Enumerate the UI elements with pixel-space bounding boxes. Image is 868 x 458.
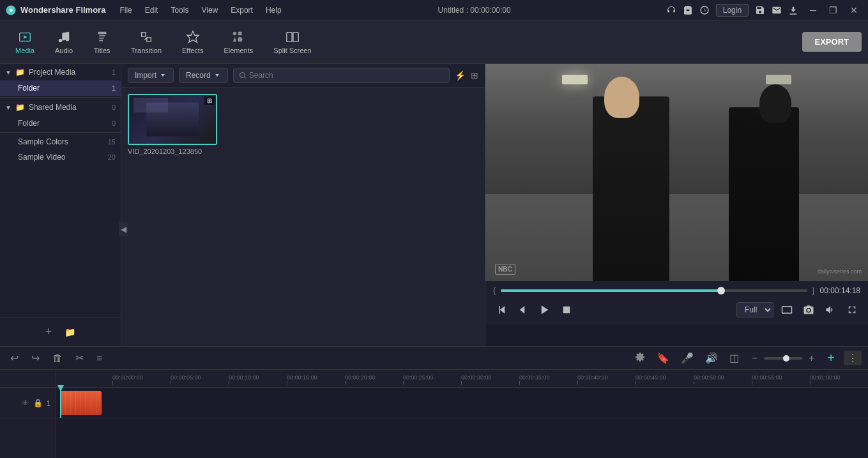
zoom-track[interactable] [764, 357, 802, 360]
sample-video-count: 20 [108, 153, 116, 161]
shared-media-header[interactable]: ▼ 📁 Shared Media 0 [0, 99, 121, 116]
svg-marker-14 [542, 305, 549, 314]
undo-button[interactable]: ↩ [6, 351, 22, 365]
tool-elements[interactable]: Elements [215, 26, 262, 58]
cart-icon[interactable] [683, 5, 693, 15]
project-media-count: 1 [112, 68, 116, 76]
play-button[interactable] [537, 302, 553, 318]
search-box[interactable] [233, 68, 450, 83]
transition-icon [139, 30, 153, 44]
zoom-in-button[interactable]: + [805, 351, 818, 365]
cut-button[interactable]: ✂ [72, 351, 88, 365]
new-folder-button[interactable]: 📁 [65, 327, 75, 337]
progress-track[interactable] [501, 289, 807, 292]
tool-split-screen[interactable]: Split Screen [264, 26, 320, 58]
media-item[interactable]: ⊞ VID_20201203_123850 [128, 94, 217, 155]
panel-collapse-btn[interactable]: ◀ [119, 222, 128, 236]
track-visibility-button[interactable]: 👁 [22, 399, 29, 408]
tool-audio[interactable]: Audio [46, 26, 82, 58]
shared-media-count: 0 [112, 103, 116, 111]
preview-video-frame: NBC dailytvseries.com [485, 64, 868, 281]
step-back-button[interactable] [493, 302, 510, 318]
timeline-toolbar: ↩ ↪ 🗑 ✂ ≡ 🔖 🎤 🔊 ◫ − + + ⋮ [0, 347, 868, 370]
svg-point-13 [240, 73, 245, 78]
svg-rect-11 [287, 32, 292, 42]
export-button[interactable]: EXPORT [802, 32, 862, 52]
frame-back-button[interactable] [515, 302, 531, 318]
sample-colors-item[interactable]: Sample Colors 15 [0, 134, 121, 149]
marker-button[interactable]: 🔖 [653, 351, 673, 365]
timeline-more-button[interactable]: ⋮ [844, 351, 862, 365]
download-icon[interactable] [788, 5, 798, 15]
login-button[interactable]: Login [716, 4, 749, 17]
menu-edit[interactable]: Edit [144, 3, 160, 17]
timeline-add-button[interactable]: + [823, 349, 839, 367]
timeline-settings-button[interactable] [631, 351, 649, 366]
bracket-close: } [812, 286, 815, 295]
project-folder-count: 1 [112, 84, 116, 92]
filmora-icon [5, 4, 17, 16]
project-media-label: Project Media [29, 68, 75, 77]
close-button[interactable]: ✕ [845, 4, 863, 17]
save-icon[interactable] [755, 5, 765, 15]
maximize-button[interactable]: ❐ [824, 4, 842, 17]
audio-mix-button[interactable]: ≡ [93, 351, 106, 365]
aspect-ratio-icon [781, 304, 793, 316]
close-gap-button[interactable]: ◫ [726, 351, 743, 365]
delete-button[interactable]: 🗑 [49, 351, 66, 365]
headset-icon[interactable] [666, 5, 676, 15]
clock-icon[interactable] [699, 5, 710, 15]
svg-rect-8 [238, 31, 242, 35]
volume-button[interactable] [822, 302, 839, 318]
aspect-ratio-button[interactable] [779, 302, 795, 318]
voiceover-button[interactable]: 🎤 [677, 351, 697, 365]
split-screen-icon [286, 30, 300, 44]
menu-view[interactable]: View [200, 3, 219, 17]
add-media-button[interactable]: + [45, 325, 52, 339]
ruler-tick-5: 00:00:25:00 [403, 374, 461, 385]
svg-point-4 [59, 38, 63, 42]
tool-titles[interactable]: Titles [84, 26, 119, 58]
menu-tools[interactable]: Tools [169, 3, 190, 17]
playhead[interactable] [60, 388, 61, 418]
shared-folder-item[interactable]: Folder 0 [0, 116, 121, 131]
timeline: ↩ ↪ 🗑 ✂ ≡ 🔖 🎤 🔊 ◫ − + + ⋮ [0, 346, 868, 458]
menu-file[interactable]: File [118, 3, 133, 17]
preview-panel: NBC dailytvseries.com { } 00:00:14:18 [485, 64, 868, 346]
screenshot-button[interactable] [800, 302, 817, 318]
tool-media[interactable]: Media [6, 26, 43, 58]
panel-bottom-controls: + 📁 [0, 317, 121, 346]
media-view-icons: ⚡ ⊞ [455, 70, 478, 80]
stop-button[interactable] [558, 302, 575, 318]
zoom-thumb[interactable] [783, 355, 789, 362]
redo-button[interactable]: ↪ [27, 351, 43, 365]
grid-view-button[interactable]: ⊞ [471, 70, 478, 80]
fullscreen-button[interactable] [844, 302, 860, 318]
track-clip[interactable] [60, 391, 102, 415]
audio-detach-button[interactable]: 🔊 [701, 351, 722, 365]
project-folder-item[interactable]: Folder 1 [0, 80, 121, 96]
media-thumbnail[interactable]: ⊞ [128, 94, 217, 145]
tool-effects[interactable]: Effects [173, 26, 212, 58]
import-dropdown[interactable]: Import [128, 68, 174, 83]
project-media-header[interactable]: ▼ 📁 Project Media 1 [0, 64, 121, 80]
progress-thumb[interactable] [717, 287, 725, 294]
track-lock-button[interactable]: 🔒 [33, 399, 43, 408]
top-icon-group: Login [666, 4, 798, 17]
sample-video-item[interactable]: Sample Video 20 [0, 149, 121, 165]
record-dropdown[interactable]: Record [179, 68, 228, 83]
menu-export[interactable]: Export [229, 3, 254, 17]
filter-button[interactable]: ⚡ [455, 70, 466, 80]
track-area [56, 388, 868, 458]
mail-icon[interactable] [772, 5, 782, 15]
shared-folder-label: Folder [18, 119, 40, 128]
quality-select[interactable]: Full 1/2 1/4 [736, 302, 773, 317]
search-input[interactable] [249, 71, 444, 80]
search-icon [239, 72, 247, 79]
app-logo: Wondershare Filmora [5, 4, 105, 16]
minimize-button[interactable]: ─ [805, 4, 821, 17]
zoom-out-button[interactable]: − [748, 351, 761, 365]
menu-help[interactable]: Help [264, 3, 283, 17]
sample-colors-count: 15 [108, 138, 116, 146]
tool-transition[interactable]: Transition [122, 26, 171, 58]
